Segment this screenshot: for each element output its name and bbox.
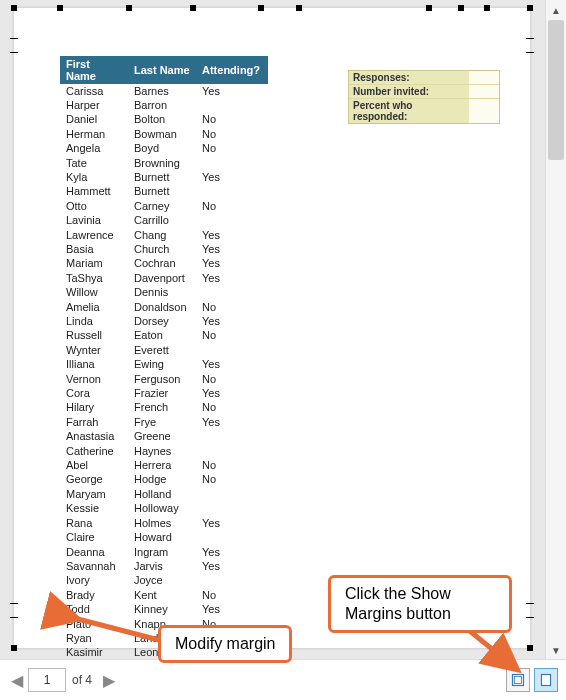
column-handle-top[interactable] — [426, 5, 432, 11]
cell-first: Tate — [60, 156, 128, 170]
table-row: DeannaIngramYes — [60, 545, 268, 559]
column-handle-top[interactable] — [258, 5, 264, 11]
cell-first: Claire — [60, 531, 128, 545]
cell-first: Willow — [60, 286, 128, 300]
table-row: IvoryJoyce — [60, 574, 268, 588]
table-row: KylaBurnettYes — [60, 170, 268, 184]
zoom-to-page-button[interactable] — [534, 668, 558, 692]
margin-handle-left[interactable] — [10, 617, 18, 618]
cell-attending — [196, 487, 268, 501]
cell-last: Joyce — [128, 574, 196, 588]
cell-last: Ingram — [128, 545, 196, 559]
cell-attending: Yes — [196, 559, 268, 573]
callout-modify-margin: Modify margin — [158, 625, 292, 663]
page-number-input[interactable]: 1 — [28, 668, 66, 692]
column-handle-top[interactable] — [296, 5, 302, 11]
scroll-up-icon[interactable]: ▲ — [546, 0, 566, 20]
margin-handle-corner[interactable] — [527, 645, 533, 651]
cell-last: Everett — [128, 343, 196, 357]
margin-handle-right[interactable] — [526, 52, 534, 53]
scroll-thumb[interactable] — [548, 20, 564, 160]
margin-handle-corner[interactable] — [11, 5, 17, 11]
percent-value — [469, 99, 499, 123]
cell-first: George — [60, 473, 128, 487]
data-table-area: First Name Last Name Attending? CarissaB… — [60, 56, 268, 660]
table-row: LindaDorseyYes — [60, 315, 268, 329]
col-header-attending: Attending? — [196, 56, 268, 84]
cell-first: Kyla — [60, 170, 128, 184]
cell-first: Lawrence — [60, 228, 128, 242]
scroll-track[interactable] — [548, 20, 564, 640]
table-row: DanielBoltonNo — [60, 113, 268, 127]
margin-handle-top[interactable] — [484, 5, 490, 11]
table-row: AngelaBoydNo — [60, 142, 268, 156]
table-row: IllianaEwingYes — [60, 358, 268, 372]
col-header-first: First Name — [60, 56, 128, 84]
scroll-down-icon[interactable]: ▼ — [546, 640, 566, 660]
cell-attending: No — [196, 459, 268, 473]
table-row: HarperBarron — [60, 98, 268, 112]
margin-handle-corner[interactable] — [11, 645, 17, 651]
next-page-button[interactable]: ▶ — [98, 671, 120, 690]
cell-first: Rana — [60, 516, 128, 530]
table-row: CatherineHaynes — [60, 444, 268, 458]
cell-last: Howard — [128, 531, 196, 545]
table-row: BasiaChurchYes — [60, 242, 268, 256]
cell-last: Boyd — [128, 142, 196, 156]
svg-line-3 — [74, 618, 159, 640]
preview-viewport: First Name Last Name Attending? CarissaB… — [0, 0, 545, 660]
cell-attending: Yes — [196, 228, 268, 242]
column-handle-top[interactable] — [458, 5, 464, 11]
cell-last: Holland — [128, 487, 196, 501]
cell-first: Vernon — [60, 372, 128, 386]
margin-handle-corner[interactable] — [527, 5, 533, 11]
margin-handle-top[interactable] — [57, 5, 63, 11]
vertical-scrollbar[interactable]: ▲ ▼ — [545, 0, 566, 660]
cell-attending — [196, 286, 268, 300]
cell-first: Brady — [60, 588, 128, 602]
column-handle-top[interactable] — [126, 5, 132, 11]
cell-attending — [196, 574, 268, 588]
invited-value — [469, 85, 499, 98]
cell-last: Jarvis — [128, 559, 196, 573]
cell-attending: Yes — [196, 315, 268, 329]
table-row: AnastasiaGreene — [60, 430, 268, 444]
cell-attending: Yes — [196, 84, 268, 98]
responses-box: Responses: Number invited: Percent who r… — [348, 70, 500, 124]
margin-handle-left[interactable] — [10, 603, 18, 604]
prev-page-button[interactable]: ◀ — [6, 671, 28, 690]
cell-last: Davenport — [128, 271, 196, 285]
cell-last: Eaton — [128, 329, 196, 343]
cell-attending: Yes — [196, 415, 268, 429]
zoom-page-icon — [539, 673, 553, 687]
cell-first: Herman — [60, 127, 128, 141]
table-row: KessieHolloway — [60, 502, 268, 516]
callout-show-margins-text: Click the ShowMargins button — [345, 585, 451, 622]
cell-first: Lavinia — [60, 214, 128, 228]
table-row: ClaireHoward — [60, 531, 268, 545]
cell-last: Herrera — [128, 459, 196, 473]
margin-handle-right[interactable] — [526, 617, 534, 618]
margin-handle-left[interactable] — [10, 38, 18, 39]
attendees-table: First Name Last Name Attending? CarissaB… — [60, 56, 268, 660]
cell-last: Dorsey — [128, 315, 196, 329]
table-row: TateBrowning — [60, 156, 268, 170]
margin-handle-right[interactable] — [526, 603, 534, 604]
cell-first: Angela — [60, 142, 128, 156]
col-header-last: Last Name — [128, 56, 196, 84]
table-row: MariamCochranYes — [60, 257, 268, 271]
cell-attending: No — [196, 300, 268, 314]
margin-handle-right[interactable] — [526, 38, 534, 39]
margin-handle-left[interactable] — [10, 52, 18, 53]
table-row: GeorgeHodgeNo — [60, 473, 268, 487]
responses-value — [469, 71, 499, 84]
cell-attending: No — [196, 473, 268, 487]
table-row: AmeliaDonaldsonNo — [60, 300, 268, 314]
responses-label: Responses: — [353, 72, 467, 83]
column-handle-top[interactable] — [190, 5, 196, 11]
table-row: OttoCarneyNo — [60, 199, 268, 213]
table-row: HammettBurnett — [60, 185, 268, 199]
cell-attending: No — [196, 127, 268, 141]
cell-attending: No — [196, 113, 268, 127]
cell-attending: No — [196, 401, 268, 415]
